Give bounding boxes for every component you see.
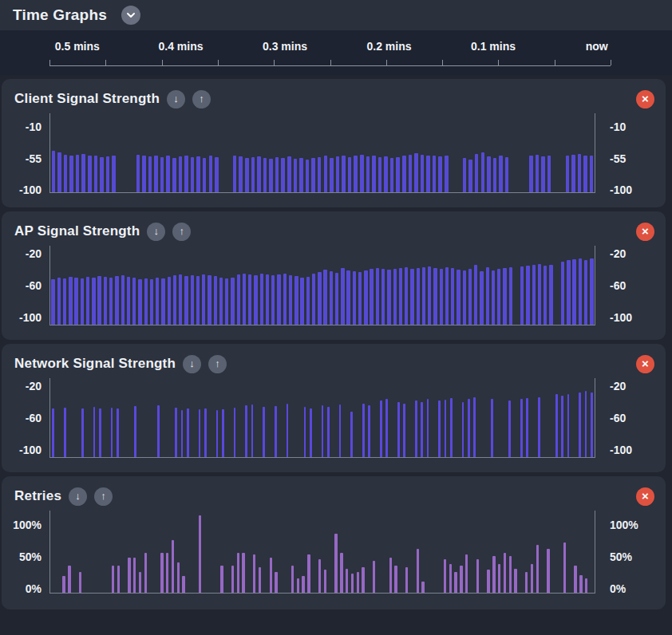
panel-header: Retries ↓ ↑ × (2, 476, 666, 506)
y-axis-tick-label: -60 (26, 279, 42, 292)
close-panel-button[interactable]: × (636, 223, 654, 241)
bar (109, 278, 113, 325)
bar (148, 156, 152, 192)
bar (529, 156, 533, 192)
close-panel-button[interactable]: × (636, 487, 654, 506)
bar (541, 156, 545, 192)
move-panel-up-button[interactable]: ↑ (94, 487, 113, 506)
bar (390, 158, 394, 192)
bar (571, 155, 575, 192)
time-axis-line (49, 60, 611, 66)
bar (237, 553, 239, 593)
bar (132, 278, 136, 325)
chart-area: 100%50%0% 100%50%0% (2, 511, 666, 594)
time-axis-label: 0.3 mins (263, 40, 307, 53)
y-axis-tick-label: -60 (610, 279, 626, 292)
bar (88, 156, 92, 192)
bar (440, 269, 443, 325)
bar (561, 262, 564, 325)
bar (444, 559, 446, 593)
bar (237, 274, 240, 325)
bar (127, 277, 130, 325)
time-axis-tick (555, 60, 555, 65)
bar (311, 158, 315, 192)
bar (561, 396, 563, 457)
move-panel-down-button[interactable]: ↓ (167, 90, 185, 108)
bar (310, 408, 312, 457)
bar (312, 274, 315, 325)
bar (334, 534, 337, 593)
bar (289, 275, 292, 325)
bar (492, 556, 495, 593)
y-axis-tick-label: -100 (610, 444, 632, 456)
move-panel-up-button[interactable]: ↑ (208, 355, 227, 373)
bar (536, 155, 540, 192)
bar (263, 158, 267, 192)
bar (204, 408, 207, 457)
panel-ap-signal-strength: AP Signal Strength ↓ ↑ × -20-60-100 -20-… (2, 211, 666, 340)
bar (572, 259, 575, 325)
bar (378, 157, 382, 192)
collapse-all-button[interactable] (121, 6, 140, 25)
bar (536, 545, 539, 593)
bar (438, 156, 442, 192)
bar (51, 279, 54, 325)
bar (544, 266, 547, 325)
bar (187, 408, 189, 457)
y-axis-tick-label: 50% (610, 550, 632, 563)
bar (422, 267, 425, 325)
bar (318, 559, 321, 593)
y-axis-tick-label: -20 (610, 380, 626, 392)
bar (451, 268, 454, 325)
bar (136, 155, 140, 192)
bar (150, 279, 153, 325)
bar (445, 400, 447, 457)
bar (336, 156, 340, 192)
bar (251, 404, 254, 457)
app-header: Time Graphs (0, 0, 672, 30)
bar (525, 572, 528, 593)
y-axis-labels-right: -10-55-100 (595, 113, 666, 193)
bar (465, 554, 468, 593)
bar (350, 412, 353, 457)
bar (492, 270, 495, 325)
bar (591, 392, 593, 457)
bar (106, 156, 110, 192)
y-axis-tick-label: 0% (610, 582, 626, 595)
bar (175, 408, 177, 457)
bar (214, 276, 217, 325)
bar (421, 155, 425, 192)
bar (177, 562, 180, 593)
close-icon: × (642, 93, 649, 105)
bar (549, 265, 552, 325)
bar (373, 561, 375, 593)
move-panel-down-button[interactable]: ↓ (183, 355, 201, 373)
bar (433, 156, 437, 192)
time-axis-label: 0.4 mins (158, 40, 203, 53)
bar (263, 407, 265, 457)
chart-area: -10-55-100 -10-55-100 (2, 113, 666, 193)
y-axis-labels-left: -10-55-100 (2, 113, 49, 193)
move-panel-down-button[interactable]: ↓ (69, 487, 87, 506)
bar (231, 278, 234, 325)
bar (304, 407, 306, 457)
bar (199, 409, 201, 457)
chart-plot (49, 511, 595, 594)
move-panel-up-button[interactable]: ↑ (192, 90, 211, 108)
bar (81, 278, 84, 325)
bar (179, 156, 183, 192)
close-panel-button[interactable]: × (636, 90, 654, 108)
move-panel-up-button[interactable]: ↑ (172, 223, 191, 241)
bar (468, 399, 470, 457)
bar (287, 156, 291, 192)
bar (270, 558, 272, 593)
bar (172, 158, 176, 192)
close-panel-button[interactable]: × (636, 355, 654, 373)
y-axis-labels-right: 100%50%0% (595, 511, 666, 594)
move-panel-down-button[interactable]: ↓ (147, 223, 165, 241)
bar (196, 276, 200, 325)
bar (438, 400, 441, 457)
bar (526, 398, 528, 457)
bar (574, 566, 576, 593)
bar (117, 408, 119, 457)
